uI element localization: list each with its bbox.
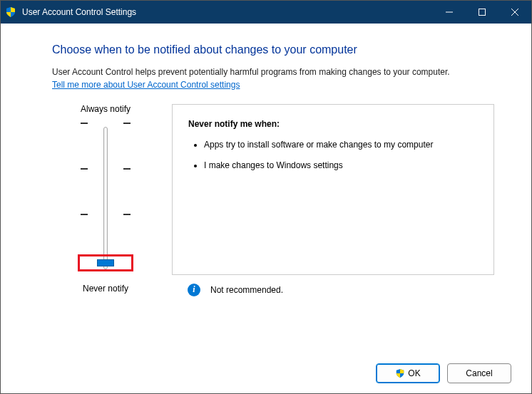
- shield-icon: [395, 368, 405, 378]
- detail-panel: Never notify me when: Apps try to instal…: [172, 104, 494, 275]
- ok-button-label: OK: [408, 368, 420, 378]
- slider-tick-3: [81, 214, 131, 215]
- info-icon: i: [188, 284, 200, 296]
- highlight-box: [78, 254, 133, 271]
- ok-button[interactable]: OK: [376, 363, 440, 383]
- learn-more-link[interactable]: Tell me more about User Account Control …: [52, 80, 494, 90]
- panel-bullet: Apps try to install software or make cha…: [204, 139, 478, 151]
- slider-thumb-row[interactable]: [81, 259, 131, 266]
- minimize-button[interactable]: [433, 1, 466, 24]
- shield-icon: [5, 6, 16, 18]
- slider-bottom-label: Never notify: [83, 284, 128, 294]
- window-title: User Account Control Settings: [22, 7, 433, 17]
- recommendation-text: Not recommended.: [210, 285, 283, 295]
- uac-slider[interactable]: [81, 120, 131, 276]
- content-area: Choose when to be notified about changes…: [1, 24, 531, 353]
- panel-title: Never notify me when:: [188, 119, 478, 129]
- panel-bullet: I make changes to Windows settings: [204, 160, 478, 172]
- footer-button-row: OK Cancel: [1, 353, 531, 393]
- recommendation-row: i Not recommended.: [172, 284, 494, 296]
- titlebar[interactable]: User Account Control Settings: [1, 1, 531, 24]
- slider-tick-2: [81, 168, 131, 170]
- close-button[interactable]: [498, 1, 531, 24]
- slider-tick-1: [81, 123, 131, 124]
- slider-column: Always notify Never notify: [52, 104, 159, 296]
- maximize-button[interactable]: [466, 1, 498, 24]
- slider-top-label: Always notify: [81, 104, 131, 114]
- main-row: Always notify Never notify Never notify …: [52, 104, 494, 296]
- slider-track: [103, 127, 108, 269]
- cancel-button-label: Cancel: [466, 368, 492, 378]
- description-text: User Account Control helps prevent poten…: [52, 66, 494, 78]
- page-heading: Choose when to be notified about changes…: [52, 43, 494, 56]
- cancel-button[interactable]: Cancel: [447, 363, 511, 383]
- svg-rect-1: [479, 9, 486, 16]
- panel-list: Apps try to install software or make cha…: [188, 139, 478, 172]
